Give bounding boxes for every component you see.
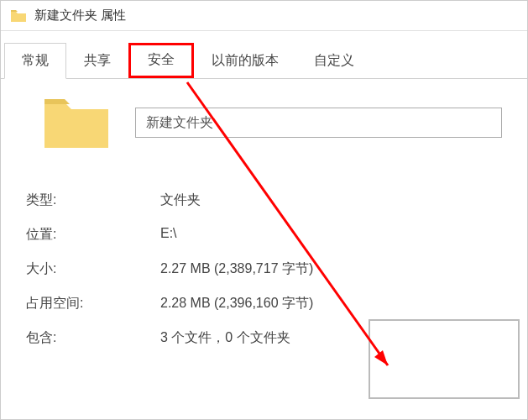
folder-icon-large [43,96,110,150]
tabs-container: 常规 共享 安全 以前的版本 自定义 [1,31,527,79]
location-label: 位置: [26,226,160,244]
row-disk-size: 占用空间: 2.28 MB (2,396,160 字节) [26,286,502,321]
tab-security[interactable]: 安全 [128,43,194,78]
folder-name-input[interactable] [135,108,502,138]
contains-value: 3 个文件，0 个文件夹 [160,329,502,347]
folder-icon [11,10,26,22]
tab-customize[interactable]: 自定义 [296,43,372,78]
disk-size-label: 占用空间: [26,295,160,312]
properties-window: 新建文件夹 属性 常规 共享 安全 以前的版本 自定义 类型: 文件夹 位置: … [0,0,528,420]
content-area: 类型: 文件夹 位置: E:\ 大小: 2.27 MB (2,389,717 字… [1,79,527,372]
type-value: 文件夹 [160,192,502,209]
titlebar: 新建文件夹 属性 [1,1,527,31]
row-size: 大小: 2.27 MB (2,389,717 字节) [26,252,502,286]
tab-sharing[interactable]: 共享 [66,43,128,78]
size-label: 大小: [26,260,160,278]
type-label: 类型: [26,192,160,209]
tab-previous-versions[interactable]: 以前的版本 [194,43,296,78]
folder-header [26,96,502,150]
location-value: E:\ [160,226,502,244]
disk-size-value: 2.28 MB (2,396,160 字节) [160,295,502,312]
tab-general[interactable]: 常规 [4,43,66,79]
contains-label: 包含: [26,329,160,347]
size-value: 2.27 MB (2,389,717 字节) [160,260,502,278]
row-location: 位置: E:\ [26,218,502,252]
window-title: 新建文件夹 属性 [34,8,126,24]
row-type: 类型: 文件夹 [26,183,502,218]
row-contains: 包含: 3 个文件，0 个文件夹 [26,321,502,355]
